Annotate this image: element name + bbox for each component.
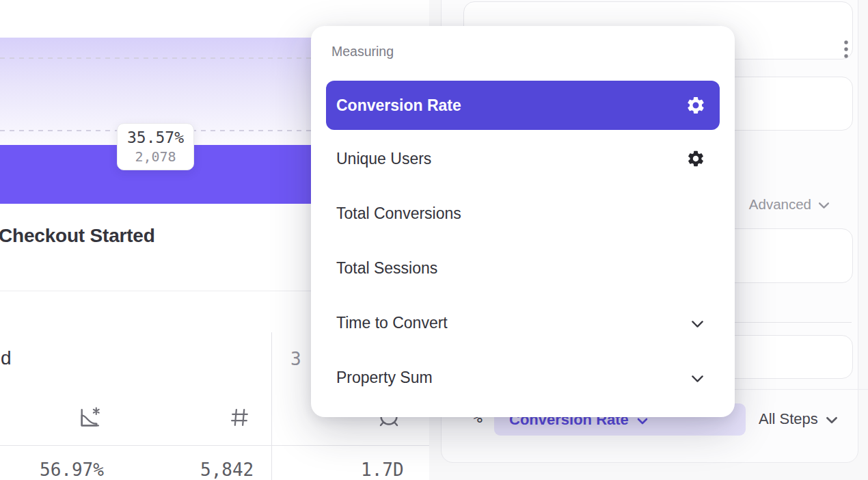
funnel-analysis-screen: 35.57% 2,078 Checkout Started d 3 bbox=[0, 0, 868, 480]
menu-item-property-sum[interactable]: Property Sum bbox=[326, 353, 720, 402]
advanced-label: Advanced bbox=[749, 196, 811, 213]
menu-item-total-conversions[interactable]: Total Conversions bbox=[326, 189, 720, 238]
chevron-down-icon bbox=[691, 369, 704, 387]
gear-icon[interactable] bbox=[685, 94, 707, 116]
menu-item-label: Total Conversions bbox=[336, 204, 461, 223]
dropdown-section-label: Measuring bbox=[331, 44, 394, 59]
menu-item-label: Time to Convert bbox=[336, 314, 448, 332]
menu-item-conversion-rate[interactable]: Conversion Rate bbox=[326, 81, 720, 130]
metric-conversion-rate: 56.97% bbox=[40, 459, 104, 480]
step-title: Checkout Started bbox=[0, 225, 155, 247]
chevron-down-icon bbox=[818, 196, 830, 213]
tooltip-conversion-rate: 35.57% bbox=[127, 129, 184, 146]
menu-item-unique-users[interactable]: Unique Users bbox=[326, 134, 720, 183]
steps-filter-label: All Steps bbox=[759, 410, 818, 428]
menu-item-label: Unique Users bbox=[336, 150, 431, 168]
metric-time-to-convert: 1.7D bbox=[361, 459, 404, 480]
menu-item-label: Property Sum bbox=[336, 369, 433, 387]
table-row-divider bbox=[0, 445, 429, 446]
menu-item-time-to-convert[interactable]: Time to Convert bbox=[326, 298, 720, 347]
table-column-divider bbox=[271, 332, 272, 480]
tooltip-count: 2,078 bbox=[135, 148, 176, 165]
table-header-step-label: d bbox=[1, 347, 12, 369]
gear-icon[interactable] bbox=[685, 148, 707, 170]
conversion-rate-icon bbox=[77, 405, 102, 433]
menu-item-total-sessions[interactable]: Total Sessions bbox=[326, 243, 720, 293]
table-header-step-number: 3 bbox=[290, 349, 301, 369]
steps-filter-dropdown[interactable]: All Steps bbox=[759, 408, 838, 430]
chart-tooltip: 35.57% 2,078 bbox=[117, 123, 194, 170]
kebab-menu-icon[interactable] bbox=[843, 37, 849, 60]
menu-item-label: Conversion Rate bbox=[336, 96, 461, 115]
chevron-down-icon bbox=[826, 410, 838, 428]
metric-conversions: 5,842 bbox=[200, 459, 254, 480]
measuring-dropdown: Measuring Conversion Rate Unique Users T… bbox=[311, 26, 735, 417]
menu-item-label: Total Sessions bbox=[336, 259, 437, 278]
chevron-down-icon bbox=[691, 314, 704, 332]
count-icon bbox=[228, 405, 252, 432]
